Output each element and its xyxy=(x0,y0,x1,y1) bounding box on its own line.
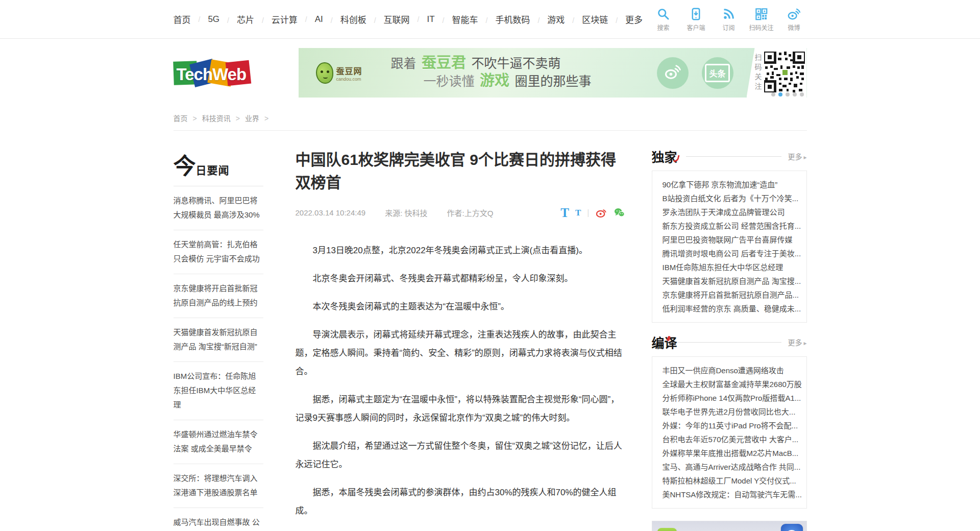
exclusive-news-item[interactable]: 天猫健康首发新冠抗原自测产品 淘宝搜... xyxy=(652,274,806,288)
nav-tools: 搜索 客户端 订阅 扫码关注 xyxy=(651,7,807,32)
candou-site-url: candou.com xyxy=(336,77,362,82)
exclusive-news-item[interactable]: 罗永浩团队于天津成立品牌管理公司 xyxy=(652,205,806,219)
exclusive-news-item[interactable]: 低利润率经营的京东 高质量、稳健成未... xyxy=(652,302,806,316)
main-nav: 首页5G芯片云计算AI科创板互联网IT智能车手机数码游戏区块链更多 xyxy=(174,13,643,26)
candou-ad-banner[interactable]: 蚕豆网 candou.com 跟着 蚕豆君 不吹牛逼不卖萌 一秒读懂 游戏 圈里… xyxy=(299,48,807,98)
translated-news-item[interactable]: 台积电去年近570亿美元营收中 大客户... xyxy=(652,432,806,446)
breadcrumb: 首页科技资讯业界 xyxy=(174,98,807,131)
search-button[interactable]: 搜索 xyxy=(651,7,676,32)
rss-subscribe-button[interactable]: 订阅 xyxy=(716,7,742,32)
exclusive-more-link[interactable]: 更多 xyxy=(788,151,806,161)
techweb-logo[interactable]: TechWeb xyxy=(174,55,250,91)
today-news-item[interactable]: 天猫健康首发新冠抗原自测产品 淘宝搜“新冠自测” xyxy=(174,318,263,362)
exclusive-news-item[interactable]: IBM任命陈旭东担任大中华区总经理 xyxy=(652,260,806,274)
translated-news-item[interactable]: 美NHTSA修改规定：自动驾驶汽车无需... xyxy=(652,488,806,501)
translated-news-item[interactable]: 外媒称苹果年底推出搭载M2芯片MacB... xyxy=(652,446,806,460)
breadcrumb-item[interactable]: 业界 xyxy=(245,113,274,123)
translated-news-item[interactable]: 分析师称iPhone 14仅两款Pro版搭载A1... xyxy=(652,391,806,405)
translated-news-item[interactable]: 宝马、高通与Arriver达成战略合作 共同... xyxy=(652,460,806,474)
font-size-decrease-button[interactable]: T xyxy=(575,208,581,217)
banner-qr-label: 扫码关注 xyxy=(753,54,763,92)
exclusive-news-item[interactable]: 新东方投资成立新公司 经营范围含托育... xyxy=(652,219,806,233)
exclusive-news-item[interactable]: B站投资白纸文化 后者为《十万个冷笑... xyxy=(652,191,806,205)
nav-item[interactable]: 首页 xyxy=(174,13,191,26)
carousel-dot[interactable] xyxy=(800,92,804,96)
translated-more-link[interactable]: 更多 xyxy=(788,337,806,347)
translated-news-item[interactable]: 丰田又一供应商Denso遭遇网络攻击 xyxy=(652,364,806,377)
share-weibo-button[interactable] xyxy=(596,207,607,219)
banner-qr-code xyxy=(764,52,805,94)
today-news-item[interactable]: 任天堂前高管：扎克伯格只会模仿 元宇宙不会成功 xyxy=(174,230,263,274)
nav-item[interactable]: 手机数码 xyxy=(478,13,530,26)
today-news-item[interactable]: 京东健康将开启首批新冠抗原自测产品的线上预约 xyxy=(174,274,263,318)
translated-section: 编译 更多 丰田又一供应商Denso遭遇网络攻击全球最大主权财富基金减持苹果26… xyxy=(652,334,807,509)
carousel-dot-active[interactable] xyxy=(778,92,782,96)
exclusive-news-item[interactable]: 京东健康将开启首批新冠抗原自测产品... xyxy=(652,288,806,302)
carousel-dot[interactable] xyxy=(771,92,775,96)
meta-divider: | xyxy=(587,208,589,218)
carousel-dot[interactable] xyxy=(793,92,797,96)
exclusive-news-item[interactable]: 腾讯增资时垠电商公司 后者专注于美妆... xyxy=(652,247,806,260)
banner-toutiao-badge[interactable]: 头条 xyxy=(702,57,733,89)
bean-mascot-icon xyxy=(316,62,333,84)
exclusive-news-item[interactable]: 阿里巴巴投资物联网广告平台喜屏传媒 xyxy=(652,233,806,247)
breadcrumb-item[interactable]: 首页 xyxy=(174,113,202,123)
article-main: 中国队61枚奖牌完美收官 9个比赛日的拼搏获得双榜首 2022.03.14 10… xyxy=(296,148,625,531)
section-divider-line xyxy=(678,342,782,343)
nav-item[interactable]: 更多 xyxy=(608,13,643,26)
exclusive-news-list: 90亿拿下德邦 京东物流加速“造血”B站投资白纸文化 后者为《十万个冷笑...罗… xyxy=(652,171,807,323)
article-meta: 2022.03.14 10:24:49 来源: 快科技 作者:上方文Q T T … xyxy=(296,206,625,219)
nav-item[interactable]: 智能车 xyxy=(435,13,478,26)
nav-item[interactable]: 游戏 xyxy=(530,13,565,26)
logo-text: TechWeb xyxy=(177,65,247,84)
carousel-dot[interactable] xyxy=(786,92,790,96)
nav-item[interactable]: 云计算 xyxy=(254,13,298,26)
brand-row: TechWeb 蚕豆网 candou.com 跟着 蚕豆君 不吹牛逼不卖萌 一秒… xyxy=(174,48,807,98)
breadcrumb-item[interactable]: 科技资讯 xyxy=(202,113,245,123)
banner-line1-prefix: 跟着 xyxy=(391,56,416,70)
article-paragraph: 据沈晨介绍，希望通过这一方式留住整个冬奥，留住“双奥之城”这份记忆，让后人永远记… xyxy=(296,437,625,474)
nav-item[interactable]: 科创板 xyxy=(323,13,366,26)
app-client-button[interactable]: 客户端 xyxy=(683,7,709,32)
search-icon xyxy=(651,7,676,21)
rss-label: 订阅 xyxy=(716,23,742,32)
weibo-label: 微博 xyxy=(781,23,807,32)
translated-news-item[interactable]: 全球最大主权财富基金减持苹果2680万股 xyxy=(652,377,806,391)
banner-line1-suffix: 不吹牛逼不卖萌 xyxy=(471,56,560,70)
banner-slogan: 跟着 蚕豆君 不吹牛逼不卖萌 一秒读懂 游戏 圈里的那些事 xyxy=(391,55,592,91)
translated-news-item[interactable]: 特斯拉柏林超级工厂Model Y交付仪式... xyxy=(652,474,806,488)
exclusive-news-item[interactable]: 90亿拿下德邦 京东物流加速“造血” xyxy=(652,178,806,191)
nav-item[interactable]: 互联网 xyxy=(366,13,410,26)
article-paragraph: 本次冬残奥会闭幕式的主题表达为“在温暖中永恒”。 xyxy=(296,298,625,316)
article-paragraph: 据悉，本届冬残奥会闭幕式的参演群体，由约占30%的残疾人和70%的健全人组成。 xyxy=(296,484,625,520)
nav-item[interactable]: 芯片 xyxy=(219,13,254,26)
nav-item[interactable]: 5G xyxy=(191,14,220,25)
today-news-list: 消息称腾讯、阿里巴巴将大规模裁员 最高涉及30%任天堂前高管：扎克伯格只会模仿 … xyxy=(174,186,263,531)
share-wechat-button[interactable] xyxy=(614,207,625,219)
nav-item[interactable]: AI xyxy=(298,14,323,25)
today-news-item[interactable]: IBM公司宣布：任命陈旭东担任IBM大中华区总经理 xyxy=(174,362,263,420)
section-divider-line xyxy=(686,156,782,157)
today-news-item[interactable]: 深交所：将理想汽车调入深港通下港股通股票名单 xyxy=(174,464,263,508)
weibo-button[interactable]: 微博 xyxy=(781,7,807,32)
translated-news-item[interactable]: 联华电子世界先进2月份营收同比也大... xyxy=(652,405,806,419)
translated-news-list: 丰田又一供应商Denso遭遇网络攻击全球最大主权财富基金减持苹果2680万股分析… xyxy=(652,356,807,509)
today-news-item[interactable]: 华盛顿州通过燃油车禁令法案 或成全美最早禁令 xyxy=(174,420,263,464)
translated-news-item[interactable]: 外媒：今年的11英寸iPad Pro将不会配... xyxy=(652,419,806,432)
nav-item[interactable]: IT xyxy=(410,14,435,25)
article-source: 来源: 快科技 xyxy=(385,207,427,218)
font-size-increase-button[interactable]: T xyxy=(560,206,569,219)
app-client-label: 客户端 xyxy=(683,23,709,32)
today-news-item[interactable]: 威马汽车出现自燃事故 公司回应车没问题遭质疑 xyxy=(174,508,263,531)
translated-section-title: 编译 xyxy=(652,333,671,351)
banner-weibo-badge[interactable] xyxy=(657,57,689,89)
today-title-rest: 日要闻 xyxy=(196,164,230,176)
search-label: 搜索 xyxy=(651,23,676,32)
sidebar-ad[interactable]: ▶ xyxy=(652,521,807,531)
right-sidebar: 独家 更多 90亿拿下德邦 京东物流加速“造血”B站投资白纸文化 后者为《十万个… xyxy=(652,148,807,531)
banner-line2-suffix: 圈里的那些事 xyxy=(514,74,591,88)
today-news-item[interactable]: 消息称腾讯、阿里巴巴将大规模裁员 最高涉及30% xyxy=(174,186,263,230)
qr-follow-button[interactable]: 扫码关注 xyxy=(749,7,774,32)
nav-item[interactable]: 区块链 xyxy=(565,13,608,26)
qr-code-icon xyxy=(749,7,774,21)
